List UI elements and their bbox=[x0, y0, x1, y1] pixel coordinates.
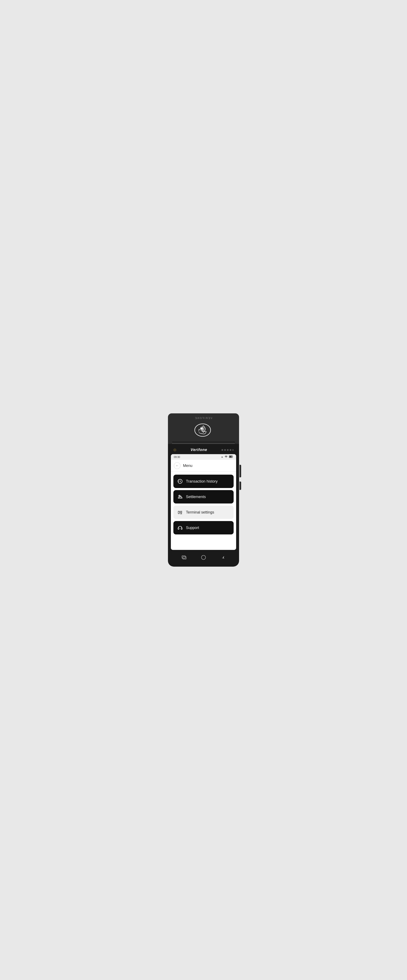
transaction-history-label: Transaction history bbox=[186, 479, 218, 484]
contactless-icon bbox=[193, 422, 214, 439]
printer-section: verifone bbox=[168, 414, 239, 444]
menu-item-support[interactable]: Support bbox=[173, 521, 234, 535]
svg-rect-6 bbox=[181, 528, 182, 530]
wifi-icon bbox=[224, 455, 228, 458]
side-button-bottom bbox=[240, 482, 241, 490]
settlements-label: Settlements bbox=[186, 495, 206, 499]
status-time: 09:30 bbox=[174, 456, 180, 458]
svg-point-9 bbox=[202, 555, 205, 560]
dot-2 bbox=[224, 449, 226, 451]
contactless-icon-area bbox=[193, 422, 214, 439]
support-label: Support bbox=[186, 526, 199, 530]
app-content: ← Menu bbox=[171, 460, 236, 550]
page-wrapper: verifone bbox=[160, 414, 247, 566]
svg-rect-8 bbox=[183, 557, 186, 559]
menu-item-settlements[interactable]: Settlements bbox=[173, 490, 234, 503]
back-button[interactable]: ← bbox=[174, 462, 181, 469]
support-icon bbox=[177, 525, 183, 531]
dot-3 bbox=[227, 449, 229, 451]
svg-rect-5 bbox=[178, 528, 179, 530]
printer-slot bbox=[172, 442, 235, 444]
transaction-history-icon bbox=[177, 478, 183, 484]
back-arrow-icon: ← bbox=[176, 464, 179, 467]
battery-icon bbox=[229, 455, 233, 458]
verifone-logo: Verifone bbox=[191, 448, 207, 452]
dot-5 bbox=[232, 449, 234, 450]
phone-top-bar: Verifone bbox=[170, 446, 237, 454]
terminal-settings-label: Terminal settings bbox=[186, 510, 214, 515]
svg-rect-7 bbox=[182, 556, 185, 558]
status-icons: ∗ bbox=[221, 455, 233, 458]
screen: 09:30 ∗ bbox=[171, 454, 236, 550]
terminal-device: verifone bbox=[164, 414, 243, 566]
brand-label: verifone bbox=[194, 417, 212, 420]
phone-body: Verifone 09:30 ∗ bbox=[168, 444, 239, 566]
header-title: Menu bbox=[183, 463, 192, 468]
app-header: ← Menu bbox=[171, 460, 236, 472]
nav-back-button[interactable] bbox=[219, 553, 227, 562]
menu-item-transaction-history[interactable]: Transaction history bbox=[173, 475, 234, 488]
status-bar: 09:30 ∗ bbox=[171, 454, 236, 460]
svg-rect-2 bbox=[229, 456, 232, 458]
dot-1 bbox=[221, 449, 223, 451]
nav-recent-button[interactable] bbox=[180, 553, 188, 562]
bluetooth-icon: ∗ bbox=[221, 456, 223, 458]
nav-bar bbox=[170, 551, 237, 563]
content-spacer bbox=[171, 537, 236, 550]
terminal-settings-icon bbox=[177, 509, 183, 515]
indicator-dots bbox=[221, 449, 234, 451]
printer-slot-dots bbox=[172, 443, 235, 444]
side-button-top bbox=[240, 465, 241, 477]
camera bbox=[173, 449, 176, 452]
dot-4 bbox=[230, 449, 231, 451]
nav-home-button[interactable] bbox=[199, 553, 208, 562]
menu-list: Transaction history bbox=[171, 472, 236, 537]
menu-item-terminal-settings[interactable]: Terminal settings bbox=[173, 506, 234, 519]
settlements-icon bbox=[177, 494, 183, 500]
